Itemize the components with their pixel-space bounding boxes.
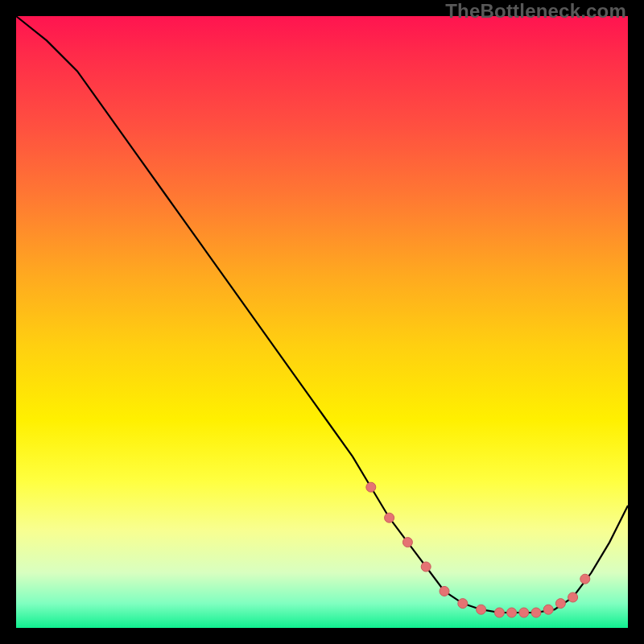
curve-dot <box>543 605 553 614</box>
watermark-text: TheBottleneck.com <box>445 0 626 23</box>
curve-dot <box>507 608 517 617</box>
curve-dot <box>494 608 504 617</box>
curve-dot <box>531 608 541 617</box>
curve-dot <box>458 599 468 609</box>
bottleneck-curve <box>16 16 628 613</box>
curve-dot <box>519 608 529 617</box>
curve-dot <box>402 538 412 547</box>
curve-dot <box>580 574 590 584</box>
curve-dot <box>440 586 449 596</box>
curve-dot <box>555 599 565 609</box>
curve-dot <box>477 605 486 614</box>
curve-dot <box>568 592 578 602</box>
curve-dots <box>366 482 590 617</box>
chart-frame <box>16 16 628 628</box>
curve-dot <box>385 513 394 522</box>
chart-overlay <box>16 16 628 628</box>
curve-dot <box>421 562 431 572</box>
curve-dot <box>366 482 376 492</box>
